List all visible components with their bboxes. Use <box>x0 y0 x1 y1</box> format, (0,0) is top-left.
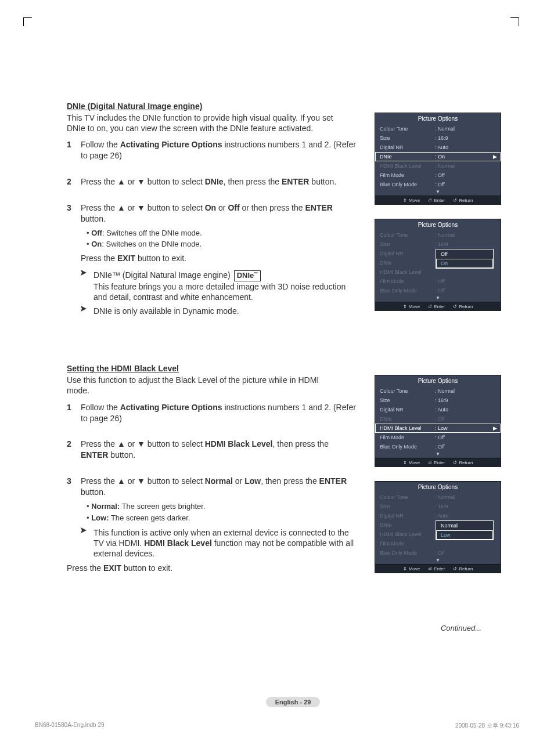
return-icon: ↺ <box>453 198 457 203</box>
osd-footer: ⇕Move ⏎Enter ↺Return <box>375 196 501 205</box>
more-down-icon: ▼ <box>375 189 501 196</box>
popup-option-selected: On <box>436 259 493 268</box>
bullet-list: Off: Switches off the DNIe mode. On: Swi… <box>87 228 357 249</box>
section-heading-dnie: DNIe (Digital Natural Image engine) <box>67 102 519 111</box>
print-metadata: BN68-01580A-Eng.indb 29 2008-05-28 오후 9:… <box>35 722 519 730</box>
right-arrow-icon: ▶ <box>493 425 497 431</box>
osd-menu-dnie-popup: Picture Options Colour Tone: Normal Size… <box>375 219 501 311</box>
popup-option: Off <box>436 249 493 259</box>
crop-mark <box>510 17 519 26</box>
step-body: Follow the Activating Picture Options in… <box>81 402 357 424</box>
page-footer: English - 29 <box>67 696 519 707</box>
osd-popup: Normal Low <box>436 520 494 540</box>
osd-menu-dnie: Picture Options Colour Tone: Normal Size… <box>375 113 501 205</box>
note-arrow-icon <box>81 306 93 316</box>
dnie-logo: DNIe™ <box>234 270 261 281</box>
note-text: DNIe is only available in Dynamic mode. <box>93 306 239 316</box>
exit-instruction: Press the EXIT button to exit. <box>81 253 357 264</box>
continued-label: Continued... <box>67 624 481 632</box>
osd-footer: ⇕Move ⏎Enter ↺Return <box>375 565 501 573</box>
note-text: This function is active only when an ext… <box>93 527 357 559</box>
exit-instruction: Press the EXIT button to exit. <box>67 563 357 574</box>
popup-option: Normal <box>436 521 493 530</box>
osd-title: Picture Options <box>375 482 501 493</box>
section-intro: Use this function to adjust the Black Le… <box>67 375 334 396</box>
osd-title: Picture Options <box>375 219 501 230</box>
section-heading-hdmi: Setting the HDMI Black Level <box>67 364 519 373</box>
step-body: Follow the Activating Picture Options in… <box>81 139 357 161</box>
svg-marker-2 <box>81 527 87 533</box>
osd-row-selected: HDMI Black Level: Low▶ <box>375 424 501 433</box>
enter-icon: ⏎ <box>428 198 432 203</box>
osd-title: Picture Options <box>375 113 501 124</box>
more-down-icon: ▼ <box>375 558 501 564</box>
step-body: Press the ▲ or ▼ button to select On or … <box>81 202 357 320</box>
note-arrow-icon <box>81 270 93 302</box>
bullet-list: Normal: The screen gets brighter. Low: T… <box>87 501 357 523</box>
popup-option-selected: Low <box>436 530 493 540</box>
step-number: 3 <box>67 202 81 320</box>
crop-mark <box>23 17 32 26</box>
osd-popup: Off On <box>436 249 494 269</box>
step-number: 2 <box>67 439 81 461</box>
more-down-icon: ▼ <box>375 451 501 458</box>
osd-menu-hdmi-popup: Picture Options Colour Tone: Normal Size… <box>375 481 501 573</box>
right-arrow-icon: ▶ <box>493 154 497 160</box>
osd-title: Picture Options <box>375 375 501 386</box>
manual-page: DNIe (Digital Natural Image engine) This… <box>0 0 554 730</box>
step-number: 1 <box>67 402 81 424</box>
section-intro: This TV includes the DNIe function to pr… <box>67 113 334 133</box>
step-body: Press the ▲ or ▼ button to select Normal… <box>81 476 357 579</box>
osd-menu-hdmi: Picture Options Colour Tone: Normal Size… <box>375 375 501 467</box>
more-down-icon: ▼ <box>375 295 501 302</box>
svg-marker-0 <box>81 270 87 276</box>
note-text: DNIe™ (Digital Natural Image engine) DNI… <box>93 270 357 302</box>
step-body: Press the ▲ or ▼ button to select DNIe, … <box>81 176 357 187</box>
step-number: 1 <box>67 139 81 161</box>
note-arrow-icon <box>81 527 93 559</box>
step-number: 2 <box>67 176 81 187</box>
updown-icon: ⇕ <box>403 198 407 203</box>
svg-marker-1 <box>81 306 87 312</box>
osd-row-selected: DNIe: On▶ <box>375 152 501 161</box>
osd-footer: ⇕Move ⏎Enter ↺Return <box>375 458 501 467</box>
osd-footer: ⇕Move ⏎Enter ↺Return <box>375 302 501 311</box>
step-body: Press the ▲ or ▼ button to select HDMI B… <box>81 439 357 461</box>
